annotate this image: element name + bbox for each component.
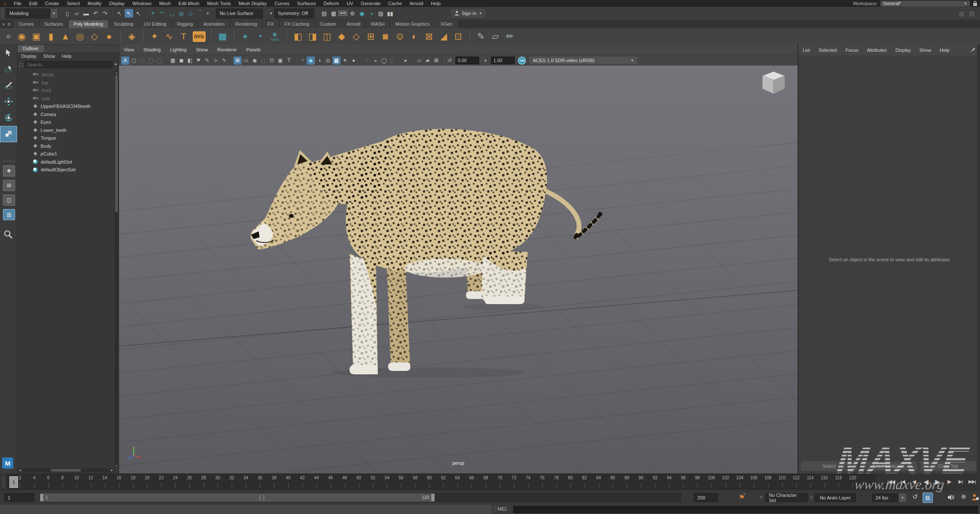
redo-icon[interactable]: ↷	[101, 9, 109, 18]
new-scene-icon[interactable]: ▯	[63, 9, 72, 18]
exposure-icon[interactable]: ↺	[445, 57, 454, 65]
rotate-tool[interactable]	[0, 110, 17, 126]
two-pane-layout-button[interactable]: ◫	[3, 194, 15, 206]
outliner-menu-display[interactable]: Display	[18, 54, 40, 59]
open-scene-icon[interactable]: ▱	[72, 9, 81, 18]
camera-attributes-icon[interactable]: ◧	[186, 57, 194, 65]
marquee-select-icon[interactable]: ▢	[130, 57, 138, 65]
outliner-item-side[interactable]: side	[18, 95, 115, 103]
command-input[interactable]	[513, 506, 978, 513]
outliner-tab[interactable]: Outliner	[18, 45, 44, 52]
gate-mask-icon[interactable]: ▢	[259, 57, 267, 65]
pan-zoom-icon[interactable]: ⊹	[212, 57, 220, 65]
field-chart-icon[interactable]: ⊡	[268, 57, 276, 65]
speaker-icon[interactable]	[947, 494, 955, 501]
outliner-item-eyes[interactable]: ❖Eyes	[18, 118, 115, 126]
attr-menu-help[interactable]: Help	[935, 48, 954, 53]
colorspace-dropdown[interactable]: ACES 1.0 SDR-video (sRGB)▼	[529, 56, 638, 65]
bookmark-icon[interactable]: ⚑	[194, 57, 203, 65]
backface-icon[interactable]: ⊠	[432, 57, 440, 65]
menu-deform[interactable]: Deform	[320, 0, 343, 7]
resolution-gate-icon[interactable]: ◉	[251, 57, 259, 65]
outliner-item-front[interactable]: front	[18, 87, 115, 95]
outliner-item-tongue[interactable]: ❖Tongue	[18, 134, 115, 142]
poly-cone-icon[interactable]: ▲	[58, 29, 73, 44]
scroll-right-icon[interactable]: ▶	[111, 469, 113, 472]
animation-end-field[interactable]: 200	[694, 493, 718, 502]
menu-mesh-display[interactable]: Mesh Display	[235, 0, 271, 7]
menu-modify[interactable]: Modify	[84, 0, 105, 7]
shelf-tab-uv-editing[interactable]: UV Editing	[139, 20, 172, 28]
outliner-item-pcube1[interactable]: ❖pCube1	[18, 150, 115, 158]
default-material-icon[interactable]: ◎	[324, 57, 332, 65]
drag-grip[interactable]	[2, 476, 6, 487]
wireframe-on-shaded-icon[interactable]: ◑	[315, 57, 323, 65]
render-settings-icon[interactable]: ⚙	[348, 9, 357, 18]
maya-home-icon[interactable]: ⌂	[0, 0, 10, 6]
pause-viewport-icon[interactable]: ▮▮	[386, 9, 394, 18]
menu-uv[interactable]: UV	[343, 0, 357, 7]
single-pane-layout-button[interactable]: ❖	[3, 165, 15, 176]
select-button[interactable]: Select	[801, 461, 857, 471]
fps-dropdown[interactable]: 24 fps	[872, 493, 899, 502]
wedge-icon[interactable]: ◢	[436, 29, 451, 44]
outliner-item-cornea[interactable]: ❖Cornea	[18, 111, 115, 119]
time-slider-track[interactable]: 1 24681012141618202224262830323436384042…	[7, 474, 875, 489]
poly-cylinder-icon[interactable]: ▮	[44, 29, 58, 44]
wireframe-icon[interactable]: ◔	[298, 57, 306, 65]
render-current-frame-icon[interactable]: ▦	[329, 9, 338, 18]
play-forwards-button[interactable]: ▶	[932, 476, 943, 487]
exposure-field[interactable]: 0.00	[455, 57, 479, 64]
live-surface-field[interactable]: No Live Surface	[216, 9, 263, 18]
command-language-label[interactable]: MEL	[498, 506, 508, 511]
next-key-button[interactable]: ▶|	[955, 476, 966, 487]
chevron-down-icon[interactable]: ▽	[760, 496, 762, 499]
safe-title-icon[interactable]: T	[285, 57, 293, 65]
snap-grid-icon[interactable]: ⌖	[149, 9, 157, 18]
render-region-icon[interactable]: ▢	[138, 57, 146, 65]
anti-alias-icon[interactable]: ◯	[380, 57, 388, 65]
chevron-down-icon[interactable]: ▼	[206, 12, 209, 15]
sweep-mesh-icon[interactable]: ✦	[147, 29, 162, 44]
outliner-scrollbar[interactable]: ▲ ▼	[115, 71, 118, 468]
chevron-down-icon[interactable]: ▽	[810, 496, 813, 499]
chevron-down-icon[interactable]: ▼	[269, 12, 273, 15]
filter-icon[interactable]: ▢	[19, 62, 23, 67]
render-view-icon[interactable]: ▤	[320, 9, 329, 18]
go-to-start-button[interactable]: |◀◀	[886, 476, 896, 487]
selection-highlight-toggle[interactable]: A	[121, 57, 129, 65]
shelf-tab-fx-caching[interactable]: FX Caching	[279, 20, 314, 28]
camera-icon[interactable]: ▦	[169, 57, 177, 65]
shelf-editor-icon[interactable]: ⚙	[6, 33, 11, 40]
shelf-tab-surfaces[interactable]: Surfaces	[39, 20, 68, 28]
character-icon[interactable]	[971, 493, 979, 501]
multi-cut-icon[interactable]: ✎	[474, 29, 488, 44]
smooth-icon[interactable]: ⊙	[393, 29, 407, 44]
viewport-menu-shading[interactable]: Shading	[139, 47, 165, 52]
combine-icon[interactable]: ◆	[335, 29, 349, 44]
contrast-icon[interactable]: ◑	[481, 57, 489, 65]
range-center-grip[interactable]	[260, 495, 264, 500]
scrollbar-thumb[interactable]	[115, 75, 118, 212]
chevron-down-icon[interactable]: ▼	[114, 63, 117, 66]
shelf-tab-rendering[interactable]: Rendering	[230, 20, 263, 28]
shadows-icon[interactable]: ●	[350, 57, 358, 65]
bookmark-flag-icon[interactable]: ⚑+	[739, 493, 744, 501]
menu-edit[interactable]: Edit	[25, 0, 41, 7]
subdivide-icon[interactable]: ⊠	[422, 29, 436, 44]
outliner-item-body[interactable]: ❖Body	[18, 142, 115, 150]
menu-set-dropdown[interactable]: Modeling	[6, 9, 50, 18]
svg-tool-icon[interactable]: SVG	[193, 31, 206, 42]
outliner-persp-layout-button[interactable]: ▥	[3, 209, 15, 220]
textured-icon[interactable]: ▩	[332, 57, 341, 65]
make-live-icon[interactable]: ⌒	[196, 9, 204, 18]
viewport-menu-panels[interactable]: Panels	[242, 47, 266, 52]
poly-cube-icon[interactable]: ▣	[29, 29, 44, 44]
attr-menu-selected[interactable]: Selected	[814, 48, 841, 53]
menu-help[interactable]: Help	[427, 0, 445, 7]
range-slider-track[interactable]: 1 120	[39, 493, 681, 502]
viewport-canvas[interactable]: persp	[119, 66, 798, 473]
safe-action-icon[interactable]: ▣	[276, 57, 284, 65]
reset-time-icon[interactable]: ◔	[253, 29, 267, 44]
boolean-difference-icon[interactable]: ◨	[305, 29, 320, 44]
